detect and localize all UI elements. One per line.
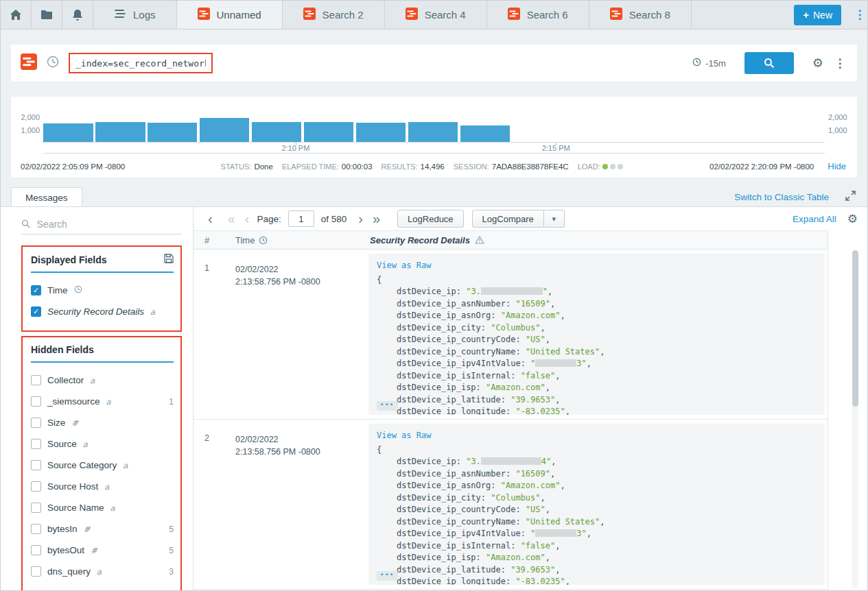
magnifier-icon <box>764 58 775 69</box>
view-as-raw-link[interactable]: View as Raw <box>377 430 817 442</box>
search-settings-gear-icon[interactable]: ⚙ <box>812 56 823 71</box>
logcompare-button[interactable]: LogCompare <box>472 210 544 228</box>
blue-divider <box>31 272 174 273</box>
json-line: dstDevice_ip_ipv4IntValue: "3", <box>377 528 817 540</box>
json-line: dstDevice_ip_longitude: "-83.0235", <box>377 406 817 415</box>
field-item-siemsource[interactable]: _siemsourcea1 <box>31 391 174 412</box>
header-details[interactable]: Security Record Details <box>363 235 828 245</box>
y-axis-labels-right: 1,0002,000 <box>828 112 857 142</box>
field-type-marker: a <box>97 567 102 577</box>
field-item-security-record-details[interactable]: Security Record Detailsa <box>31 301 174 322</box>
checkbox[interactable] <box>31 566 41 577</box>
histogram-bar[interactable] <box>356 123 406 142</box>
checkbox[interactable] <box>31 375 41 385</box>
field-item-source-host[interactable]: Source Hosta <box>31 476 174 497</box>
logcompare-caret-button[interactable]: ▾ <box>544 210 565 228</box>
json-line: dstDevice_ip_city: "Columbus", <box>377 492 817 505</box>
x-axis-tick-label: 2:15 PM <box>542 144 570 152</box>
hidden-fields-title: Hidden Fields <box>31 344 94 355</box>
field-item-size[interactable]: Size# <box>31 412 174 433</box>
header-time[interactable]: Time <box>227 235 363 245</box>
field-count: 5 <box>169 546 174 555</box>
folder-icon-button[interactable] <box>32 1 62 29</box>
field-item-source-category[interactable]: Source Categorya <box>31 455 174 476</box>
field-item-time[interactable]: Time <box>31 280 174 301</box>
checkbox-checked[interactable] <box>31 285 41 296</box>
field-type-marker: a <box>110 503 115 513</box>
hide-link[interactable]: Hide <box>828 161 846 171</box>
new-button[interactable]: + New <box>794 5 841 25</box>
displayed-fields-list: TimeSecurity Record Detailsa <box>31 280 174 322</box>
view-as-raw-link[interactable]: View as Raw <box>377 260 817 272</box>
switch-to-classic-table-link[interactable]: Switch to Classic Table <box>734 192 829 202</box>
fields-search[interactable] <box>21 214 182 234</box>
status-label: STATUS: <box>221 162 252 171</box>
expand-all-link[interactable]: Expand All <box>793 214 836 224</box>
field-label: Source Host <box>47 481 98 492</box>
checkbox[interactable] <box>31 545 41 555</box>
row-details: View as Raw{dstDevice_ip: "3.",dstDevice… <box>363 250 828 419</box>
checkbox[interactable] <box>31 481 41 492</box>
checkbox[interactable] <box>31 503 41 513</box>
checkbox[interactable] <box>31 439 41 449</box>
next-page-arrow[interactable]: › <box>353 212 368 226</box>
home-icon-button[interactable] <box>1 1 32 29</box>
table-settings-gear-icon[interactable]: ⚙ <box>847 212 858 226</box>
field-label: Source Category <box>47 460 117 470</box>
field-item-source-name[interactable]: Source Namea <box>31 497 174 518</box>
time-range-picker[interactable]: -15m <box>692 58 726 69</box>
tab-logs[interactable]: Logs <box>93 1 177 29</box>
field-item-collector[interactable]: Collectora <box>31 370 174 391</box>
field-item-source[interactable]: Sourcea <box>31 433 174 455</box>
save-icon[interactable] <box>164 254 174 265</box>
table-scrollbar[interactable] <box>852 250 858 588</box>
page-label: Page: <box>257 214 281 224</box>
field-item-bytesout[interactable]: bytesOut#5 <box>31 540 174 561</box>
bell-icon-button[interactable] <box>62 1 93 29</box>
last-page-arrow[interactable]: » <box>368 212 385 226</box>
tab-search-2[interactable]: Search 2 <box>283 1 385 29</box>
tab-label: Search 8 <box>629 9 670 21</box>
first-page-arrow[interactable]: « <box>223 212 240 226</box>
topbar-kebab-icon[interactable]: ⋮ <box>852 8 867 22</box>
logreduce-button[interactable]: LogReduce <box>397 210 464 228</box>
checkbox[interactable] <box>31 460 41 470</box>
histogram-bar[interactable] <box>304 122 354 142</box>
checkbox[interactable] <box>31 396 41 407</box>
checkbox-checked[interactable] <box>31 306 41 317</box>
fullscreen-expand-icon[interactable] <box>845 191 856 204</box>
histogram-bar[interactable] <box>460 125 511 142</box>
tab-search-8[interactable]: Search 8 <box>589 1 692 29</box>
expand-more-button[interactable]: ••• <box>377 401 398 411</box>
histogram-bar[interactable] <box>252 122 302 142</box>
status-label: SESSION: <box>454 162 489 171</box>
tab-search-6[interactable]: Search 6 <box>487 1 589 29</box>
json-line: dstDevice_ip_ipv4IntValue: "3", <box>377 358 817 370</box>
histogram-bar[interactable] <box>95 122 145 142</box>
page-number-input[interactable] <box>288 210 314 227</box>
checkbox[interactable] <box>31 418 41 428</box>
json-panel: View as Raw{dstDevice_ip: "3.",dstDevice… <box>368 254 825 415</box>
json-line: dstDevice_ip: "3.", <box>377 286 817 298</box>
query-input[interactable] <box>69 53 213 73</box>
scrollbar-thumb[interactable] <box>852 250 858 407</box>
search-kebab-icon[interactable]: ⋮ <box>832 56 847 71</box>
field-item-dns-query[interactable]: dns_querya3 <box>31 561 174 582</box>
tab-messages[interactable]: Messages <box>11 187 82 207</box>
search-history-icon[interactable] <box>46 55 60 71</box>
checkbox[interactable] <box>31 524 41 534</box>
search-button[interactable] <box>744 52 794 74</box>
field-item-bytesin[interactable]: bytesIn#5 <box>31 518 174 540</box>
histogram-bar[interactable] <box>43 123 93 143</box>
histogram-bar[interactable] <box>200 118 250 142</box>
histogram-bar[interactable] <box>408 122 458 142</box>
warning-icon <box>475 236 484 244</box>
histogram-bar[interactable] <box>148 123 198 142</box>
back-arrow[interactable]: ‹ <box>203 212 218 226</box>
expand-more-button[interactable]: ••• <box>377 571 398 581</box>
prev-page-arrow[interactable]: ‹ <box>240 212 255 226</box>
tab-unnamed[interactable]: Unnamed <box>177 1 283 29</box>
redaction-block <box>535 359 576 367</box>
tab-search-4[interactable]: Search 4 <box>385 1 487 29</box>
fields-search-input[interactable] <box>37 219 182 230</box>
